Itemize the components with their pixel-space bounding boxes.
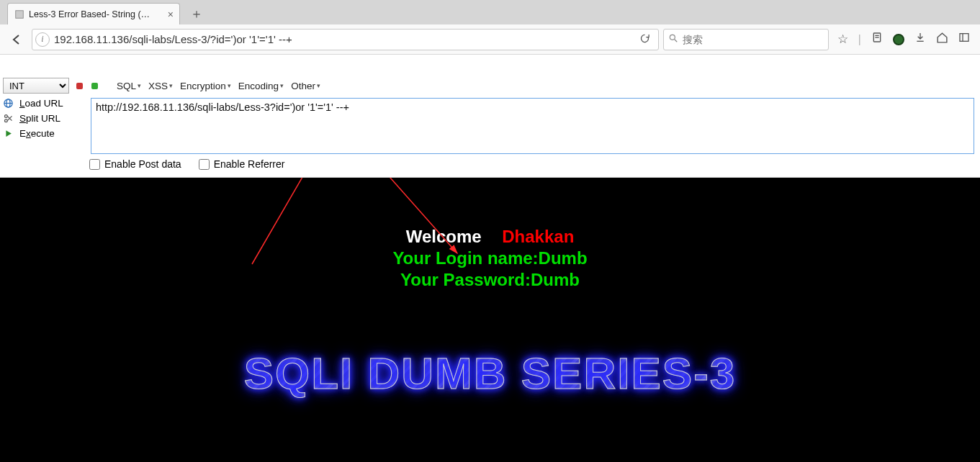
- sidebar-icon[interactable]: [958, 32, 970, 47]
- svg-line-2: [674, 39, 677, 42]
- new-tab-button[interactable]: ＋: [187, 6, 206, 21]
- back-button[interactable]: [6, 30, 27, 50]
- reload-button[interactable]: [635, 33, 655, 46]
- hackbar-menu-sql[interactable]: SQL▾: [117, 81, 141, 91]
- search-icon: [668, 33, 678, 46]
- hackbar-enable-referrer[interactable]: Enable Referrer: [199, 158, 285, 170]
- hackbar-led-off-icon[interactable]: [76, 83, 83, 89]
- svg-point-13: [5, 119, 8, 122]
- hackbar-execute[interactable]: Execute: [3, 128, 84, 139]
- address-bar[interactable]: i: [32, 29, 659, 50]
- hackbar-referrer-label: Enable Referrer: [214, 158, 285, 170]
- hackbar-menu-encoding[interactable]: Encoding▾: [238, 81, 284, 91]
- read-later-icon[interactable]: [871, 32, 883, 47]
- hackbar-split-url[interactable]: Split URL: [3, 113, 84, 124]
- hackbar-actions: Load URL Split URL Execute: [3, 98, 84, 154]
- annotation-arrows: [0, 178, 980, 462]
- site-identity-icon[interactable]: i: [35, 32, 50, 47]
- hackbar-menu-encryption[interactable]: Encryption▾: [180, 81, 231, 91]
- login-value: Dumb: [539, 248, 588, 268]
- svg-rect-7: [960, 34, 968, 42]
- tab-strip: Less-3 Error Based- String (… × ＋: [0, 0, 980, 24]
- series-banner: SQLI DUMB SERIES-3: [240, 348, 741, 399]
- separator: |: [858, 32, 861, 47]
- toolbar-icons: ☆ |: [833, 32, 974, 47]
- svg-rect-0: [15, 10, 23, 18]
- hackbar-menu-row: INT SQL▾ XSS▾ Encryption▾ Encoding▾ Othe…: [0, 76, 980, 95]
- svg-point-12: [5, 115, 8, 118]
- tab-favicon: [14, 9, 24, 19]
- nav-bar: i ☆ |: [0, 24, 980, 55]
- home-icon[interactable]: [936, 32, 948, 47]
- password-label: Your Password:: [400, 270, 531, 289]
- hackbar-method-select[interactable]: INT: [3, 78, 69, 94]
- tab-close-icon[interactable]: ×: [168, 9, 174, 19]
- welcome-line: Welcome Dhakkan: [0, 227, 980, 247]
- addon-status-icon[interactable]: [893, 34, 904, 45]
- hackbar-postdata-label: Enable Post data: [104, 158, 181, 170]
- welcome-user: Dhakkan: [502, 227, 574, 246]
- hackbar-menu-xss[interactable]: XSS▾: [148, 81, 173, 91]
- hackbar-load-url[interactable]: Load URL: [3, 98, 84, 109]
- password-line: Your Password:Dumb: [0, 270, 980, 290]
- hackbar-postdata-checkbox[interactable]: [89, 159, 100, 170]
- browser-tab[interactable]: Less-3 Error Based- String (… ×: [7, 3, 180, 24]
- hackbar-menu-other[interactable]: Other▾: [291, 81, 320, 91]
- hackbar-referrer-checkbox[interactable]: [199, 159, 210, 170]
- svg-marker-14: [6, 130, 12, 137]
- search-input[interactable]: [683, 34, 824, 45]
- hackbar-panel: INT SQL▾ XSS▾ Encryption▾ Encoding▾ Othe…: [0, 55, 980, 178]
- url-input[interactable]: [54, 33, 631, 45]
- login-line: Your Login name:Dumb: [0, 248, 980, 268]
- hackbar-led-on-icon[interactable]: [91, 83, 98, 89]
- login-label: Your Login name:: [392, 248, 538, 268]
- hackbar-enable-postdata[interactable]: Enable Post data: [89, 158, 181, 170]
- page-content: Welcome Dhakkan Your Login name:Dumb You…: [0, 178, 980, 462]
- bookmark-star-icon[interactable]: ☆: [837, 32, 848, 47]
- search-bar[interactable]: [663, 29, 829, 50]
- welcome-label: Welcome: [406, 227, 482, 246]
- svg-point-1: [670, 35, 675, 40]
- password-value: Dumb: [531, 270, 580, 289]
- hackbar-options-row: Enable Post data Enable Referrer: [0, 157, 980, 177]
- hackbar-url-textarea[interactable]: http://192.168.11.136/sqli-labs/Less-3?i…: [91, 98, 974, 154]
- downloads-icon[interactable]: [914, 32, 926, 47]
- tab-title: Less-3 Error Based- String (…: [29, 9, 150, 19]
